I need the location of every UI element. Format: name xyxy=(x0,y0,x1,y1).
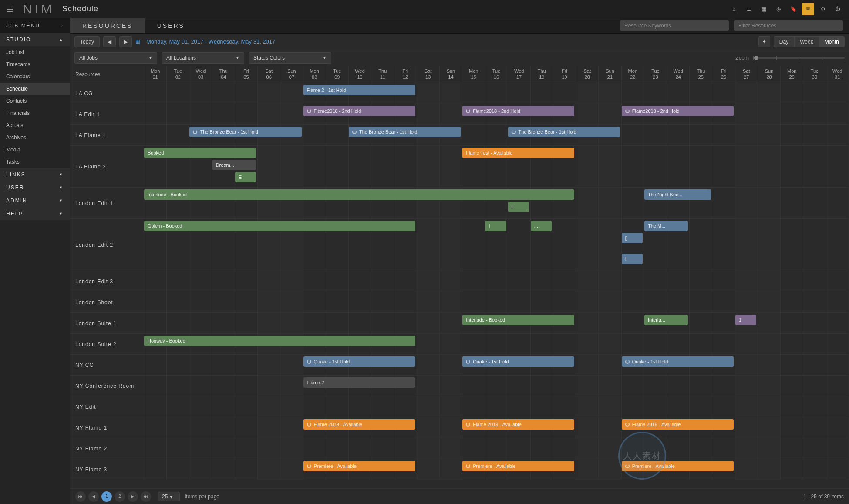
date-range-label[interactable]: Monday, May 01, 2017 - Wednesday, May 31… xyxy=(146,38,275,45)
menu-icon[interactable] xyxy=(5,5,15,13)
sidebar-item-financials[interactable]: Financials xyxy=(0,107,70,119)
resource-label: LA CG xyxy=(70,83,144,104)
event-bar[interactable]: Quake - 1st Hold xyxy=(303,356,415,367)
sidebar-item-media[interactable]: Media xyxy=(0,144,70,156)
event-bar[interactable]: Flame 2 xyxy=(303,377,415,388)
job-menu-label: JOB MENU xyxy=(6,23,40,29)
filter-resources-input[interactable] xyxy=(734,20,843,31)
filters-row: All Jobs▼ All Locations▼ Status Colors▼ … xyxy=(70,50,849,66)
day-header: Tue02 xyxy=(167,66,189,83)
event-bar[interactable]: Interlude - Booked xyxy=(144,189,574,200)
day-header: Sun21 xyxy=(599,66,621,83)
event-bar[interactable]: Flame2018 - 2nd Hold xyxy=(462,106,574,116)
event-bar[interactable]: Golem - Booked xyxy=(144,221,415,231)
event-bar[interactable]: The M... xyxy=(644,221,688,231)
event-bar[interactable]: Flame 2019 - Available xyxy=(303,419,415,430)
bookmark-icon[interactable]: 🔖 xyxy=(787,3,799,15)
event-bar[interactable]: Premiere - Available xyxy=(462,461,574,471)
event-bar[interactable]: The Bronze Bear - 1st Hold xyxy=(189,127,301,137)
zoom-slider[interactable] xyxy=(753,57,845,59)
event-bar[interactable]: The Bronze Bear - 1st Hold xyxy=(349,127,461,137)
mail-icon[interactable]: ✉ xyxy=(802,3,814,15)
sidebar-item-calendars[interactable]: Calendars xyxy=(0,71,70,83)
day-header: Mon29 xyxy=(781,66,803,83)
calendar-icon[interactable]: ▦ xyxy=(135,39,140,45)
sidebar-item-archives[interactable]: Archives xyxy=(0,131,70,144)
sidebar-item-job-list[interactable]: Job List xyxy=(0,46,70,58)
sidebar-item-contacts[interactable]: Contacts xyxy=(0,95,70,107)
event-bar[interactable]: ... xyxy=(531,221,552,231)
event-bar[interactable]: Quake - 1st Hold xyxy=(462,356,574,367)
page-first-button[interactable]: ⏮ xyxy=(75,491,86,502)
event-bar[interactable]: Interlude - Booked xyxy=(462,315,574,325)
clock-icon[interactable]: ◷ xyxy=(772,3,785,15)
sidebar-section-admin[interactable]: ADMIN▼ xyxy=(0,194,70,207)
event-bar[interactable]: Dream... xyxy=(212,160,256,170)
view-day-button[interactable]: Day xyxy=(774,36,794,47)
day-header: Thu11 xyxy=(371,66,394,83)
locations-select[interactable]: All Locations▼ xyxy=(162,52,244,64)
resource-label: NY CG xyxy=(70,355,144,375)
sidebar-section-links[interactable]: LINKS▼ xyxy=(0,168,70,181)
resource-label: NY Flame 3 xyxy=(70,459,144,480)
event-bar[interactable]: I xyxy=(485,221,506,231)
event-bar[interactable]: Premiere - Available xyxy=(303,461,415,471)
day-header: Mon01 xyxy=(144,66,167,83)
job-menu[interactable]: JOB MENU › xyxy=(0,18,70,33)
power-icon[interactable]: ⏻ xyxy=(832,3,844,15)
event-bar[interactable]: Flame2018 - 2nd Hold xyxy=(622,106,734,116)
sidebar-section-help[interactable]: HELP▼ xyxy=(0,207,70,220)
day-header: Mon15 xyxy=(462,66,485,83)
event-bar[interactable]: Flame 2019 - Available xyxy=(462,419,574,430)
event-bar[interactable]: Flame2018 - 2nd Hold xyxy=(303,106,415,116)
day-header: Mon22 xyxy=(622,66,644,83)
sidebar-item-actuals[interactable]: Actuals xyxy=(0,119,70,131)
sidebar-item-schedule[interactable]: Schedule xyxy=(0,83,70,95)
sidebar-item-tasks[interactable]: Tasks xyxy=(0,156,70,168)
page-size-select[interactable]: 25 ▼ xyxy=(158,492,180,501)
page-number-button[interactable]: 2 xyxy=(115,491,125,502)
view-week-button[interactable]: Week xyxy=(794,36,819,47)
day-header: Wed31 xyxy=(826,66,849,83)
items-range-label: 1 - 25 of 39 items xyxy=(803,494,844,500)
event-bar[interactable]: Premiere - Available xyxy=(622,461,734,471)
day-header: Tue16 xyxy=(485,66,508,83)
calendar-icon[interactable]: ▦ xyxy=(758,3,770,15)
event-bar[interactable]: F xyxy=(508,202,529,212)
add-button[interactable]: + xyxy=(758,36,770,47)
page-number-button[interactable]: 1 xyxy=(101,491,112,502)
colors-select[interactable]: Status Colors▼ xyxy=(249,52,331,64)
home-icon[interactable]: ⌂ xyxy=(728,3,740,15)
event-bar[interactable]: 1 xyxy=(735,315,756,325)
sidebar-item-timecards[interactable]: Timecards xyxy=(0,58,70,71)
jobs-select[interactable]: All Jobs▼ xyxy=(74,52,157,64)
page-last-button[interactable]: ⏭ xyxy=(141,491,151,502)
event-bar[interactable]: The Night Kee... xyxy=(644,189,711,200)
page-prev-button[interactable]: ◀ xyxy=(88,491,99,502)
tab-resources[interactable]: RESOURCES xyxy=(70,18,145,33)
event-bar[interactable]: Booked xyxy=(144,148,256,158)
tab-users[interactable]: USERS xyxy=(145,18,197,33)
event-bar[interactable]: Hogway - Booked xyxy=(144,336,415,346)
page-next-button[interactable]: ▶ xyxy=(128,491,138,502)
event-bar[interactable]: The Bronze Bear - 1st Hold xyxy=(508,127,620,137)
view-month-button[interactable]: Month xyxy=(819,36,845,47)
event-bar[interactable]: Quake - 1st Hold xyxy=(622,356,734,367)
event-bar[interactable]: Flame 2019 - Available xyxy=(622,419,734,430)
resource-keywords-input[interactable] xyxy=(620,20,729,31)
list-icon[interactable]: ≣ xyxy=(743,3,755,15)
event-bar[interactable]: E xyxy=(235,172,256,182)
event-bar[interactable]: Flame Test - Available xyxy=(462,148,574,158)
next-button[interactable]: ▶ xyxy=(119,36,132,47)
today-button[interactable]: Today xyxy=(74,36,100,47)
gear-icon[interactable]: ⚙ xyxy=(817,3,829,15)
event-bar[interactable]: Interlu... xyxy=(644,315,688,325)
sidebar-section-user[interactable]: USER▼ xyxy=(0,181,70,194)
event-bar[interactable]: I xyxy=(622,254,643,264)
day-header: Tue23 xyxy=(644,66,667,83)
prev-button[interactable]: ◀ xyxy=(103,36,116,47)
sidebar-section-studio[interactable]: STUDIO▲ xyxy=(0,33,70,46)
event-bar[interactable]: [ xyxy=(622,233,643,243)
resource-label: LA Flame 2 xyxy=(70,146,144,187)
event-bar[interactable]: Flame 2 - 1st Hold xyxy=(303,85,415,95)
